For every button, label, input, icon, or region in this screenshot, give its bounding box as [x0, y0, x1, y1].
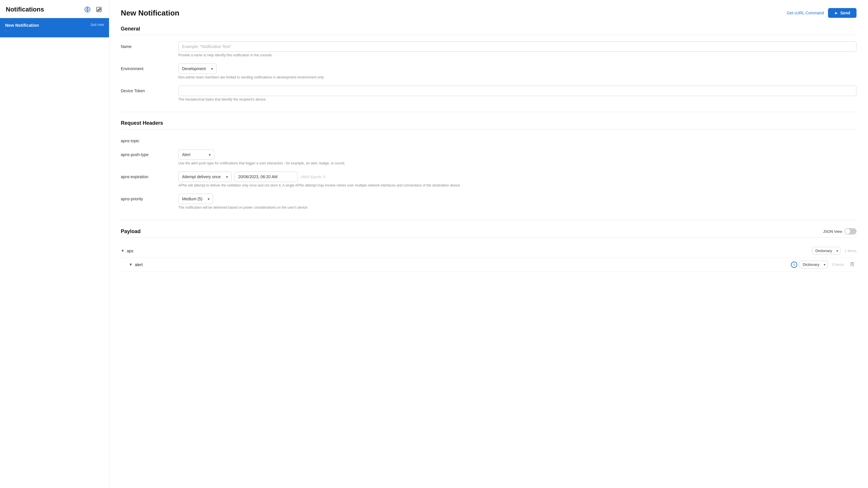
section-divider-2 [121, 220, 857, 220]
header-actions: Get cURL Command ► Send [786, 8, 857, 18]
device-token-row: Device Token The hexadecimal bytes that … [121, 86, 857, 101]
send-label: Send [840, 11, 850, 15]
apns-expiration-hint: APNs will attempt to deliver the notifai… [178, 183, 857, 187]
alert-count: 3 items [832, 262, 844, 267]
request-headers-section: Request Headers apns-topic apns-push-typ… [121, 120, 857, 209]
apns-push-type-hint: Use the alert push type for notification… [178, 161, 857, 165]
expiration-type-select[interactable]: Attempt delivery once Deliver immediatel… [178, 171, 231, 182]
notification-item-sub: - [5, 29, 39, 33]
main-content: New Notification Get cURL Command ► Send… [109, 0, 868, 488]
page-title: New Notification [121, 9, 180, 18]
general-section: General Name Provide a name to help iden… [121, 26, 857, 101]
sidebar-title: Notifications [6, 6, 44, 13]
svg-rect-5 [851, 263, 854, 266]
expiration-date-input[interactable] [235, 171, 298, 182]
apns-topic-label: apns-topic [121, 136, 178, 143]
send-icon: ► [834, 11, 838, 15]
json-view-switch[interactable] [844, 228, 857, 234]
aps-type-wrap: Dictionary Array String [812, 247, 840, 255]
environment-label: Environment [121, 64, 178, 71]
notification-list-item[interactable]: New Notification - Just now [0, 18, 109, 37]
general-section-title: General [121, 26, 857, 35]
name-hint: Provide a name to help identify this not… [178, 53, 857, 57]
apns-priority-select[interactable]: Medium (5) High (10) [178, 194, 213, 204]
name-row: Name Provide a name to help identify thi… [121, 41, 857, 57]
trash-icon [849, 261, 855, 266]
aps-type-select-wrap: Dictionary Array String [812, 247, 840, 255]
apns-push-type-select-wrap: Alert Background VoIP [178, 150, 214, 160]
environment-select[interactable]: Development Production [178, 64, 217, 74]
alert-expand-icon[interactable]: ▼ [129, 262, 132, 267]
device-token-label: Device Token [121, 86, 178, 93]
apns-push-type-row: apns-push-type Alert Background VoIP Use… [121, 150, 857, 165]
filter-icon [84, 6, 91, 13]
environment-hint: Non-admin team members are limited to se… [178, 75, 857, 79]
device-token-hint: The hexadecimal bytes that identify the … [178, 97, 857, 101]
apns-push-type-control: Alert Background VoIP Use the alert push… [178, 150, 857, 165]
environment-control: Development Production Non-admin team me… [178, 64, 857, 79]
payload-alert-row: ▼ alert i Dictionary Array String 3 item… [121, 258, 857, 271]
aps-key: aps [127, 249, 812, 253]
apns-priority-hint: The notification will be delivered based… [178, 205, 857, 209]
get-curl-button[interactable]: Get cURL Command [786, 11, 824, 15]
sidebar-header: Notifications [0, 0, 109, 18]
payload-header: Payload JSON View [121, 228, 857, 238]
notification-item-name: New Notification [5, 23, 39, 28]
filter-button[interactable] [83, 5, 92, 14]
alert-type-select[interactable]: Dictionary Array String [800, 261, 828, 268]
alert-key: alert [135, 262, 788, 267]
alert-delete-button[interactable] [848, 261, 857, 268]
expiration-type-select-wrap: Attempt delivery once Deliver immediatel… [178, 171, 231, 182]
sidebar: Notifications New Notification [0, 0, 109, 488]
aps-type-select[interactable]: Dictionary Array String [812, 247, 840, 255]
name-input[interactable] [178, 41, 857, 52]
environment-row: Environment Development Production Non-a… [121, 64, 857, 79]
json-view-toggle: JSON View [823, 228, 857, 234]
notification-item-time: Just now [90, 23, 104, 27]
device-token-control: The hexadecimal bytes that identify the … [178, 86, 857, 101]
request-headers-title: Request Headers [121, 120, 857, 129]
apns-expiration-row: apns-expiration Attempt delivery once De… [121, 171, 857, 187]
compose-button[interactable] [95, 5, 103, 14]
aps-expand-icon[interactable]: ▼ [121, 249, 125, 253]
unix-epoch-label: UNIX Epoch: 0 [301, 175, 325, 179]
apns-expiration-control: Attempt delivery once Deliver immediatel… [178, 171, 857, 187]
sidebar-header-icons [83, 5, 103, 14]
apns-priority-control: Medium (5) High (10) The notification wi… [178, 194, 857, 209]
device-token-input[interactable] [178, 86, 857, 96]
json-view-label: JSON View [823, 229, 842, 234]
payload-aps-row: ▼ aps Dictionary Array String 1 items [121, 244, 857, 258]
environment-select-wrap: Development Production [178, 64, 217, 74]
apns-push-type-label: apns-push-type [121, 150, 178, 157]
apns-push-type-select[interactable]: Alert Background VoIP [178, 150, 214, 160]
compose-icon [96, 6, 102, 13]
send-button[interactable]: ► Send [828, 8, 857, 18]
apns-priority-row: apns-priority Medium (5) High (10) The n… [121, 194, 857, 209]
payload-title: Payload [121, 228, 141, 234]
name-control: Provide a name to help identify this not… [178, 41, 857, 57]
section-divider-1 [121, 112, 857, 112]
alert-type-wrap: Dictionary Array String [800, 261, 828, 268]
aps-count: 1 items [844, 249, 857, 253]
name-label: Name [121, 41, 178, 49]
main-header: New Notification Get cURL Command ► Send [121, 8, 857, 18]
apns-expiration-label: apns-expiration [121, 171, 178, 179]
alert-info-icon: i [791, 262, 797, 268]
expiration-inputs: Attempt delivery once Deliver immediatel… [178, 171, 857, 182]
payload-section: Payload JSON View ▼ aps Dictionary Array… [121, 228, 857, 271]
apns-topic-row: apns-topic [121, 136, 857, 143]
svg-point-1 [87, 9, 88, 10]
apns-priority-label: apns-priority [121, 194, 178, 201]
alert-type-select-wrap: Dictionary Array String [800, 261, 828, 268]
apns-priority-select-wrap: Medium (5) High (10) [178, 194, 213, 204]
